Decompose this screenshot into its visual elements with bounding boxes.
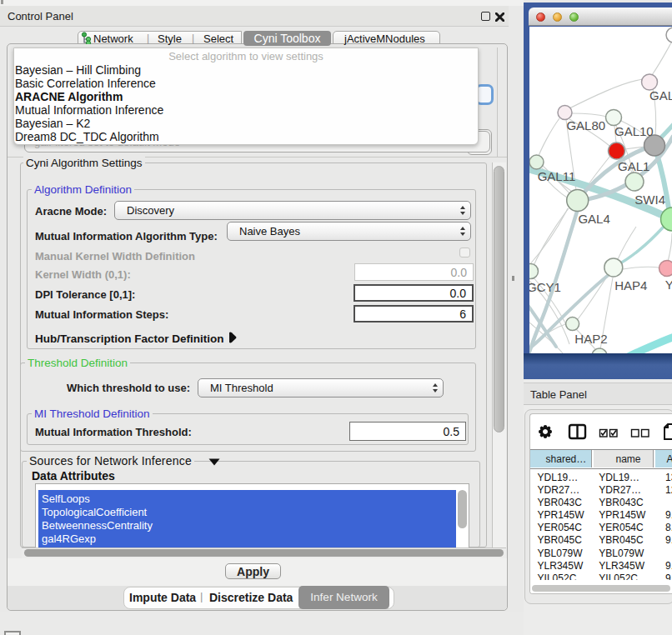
svg-text:SWI4: SWI4 (634, 192, 665, 207)
svg-text:GAL11: GAL11 (538, 169, 576, 183)
svg-text:YJ: YJ (665, 278, 672, 292)
svg-text:GCY1: GCY1 (529, 280, 561, 294)
svg-text:GAL80: GAL80 (566, 118, 605, 132)
svg-text:GAL7: GAL7 (649, 88, 672, 102)
svg-text:HAP4: HAP4 (614, 278, 647, 292)
svg-text:GAL4: GAL4 (578, 212, 609, 226)
svg-text:GAL10: GAL10 (614, 124, 654, 138)
svg-text:HAP2: HAP2 (574, 332, 607, 346)
svg-text:GAL1: GAL1 (618, 159, 649, 173)
